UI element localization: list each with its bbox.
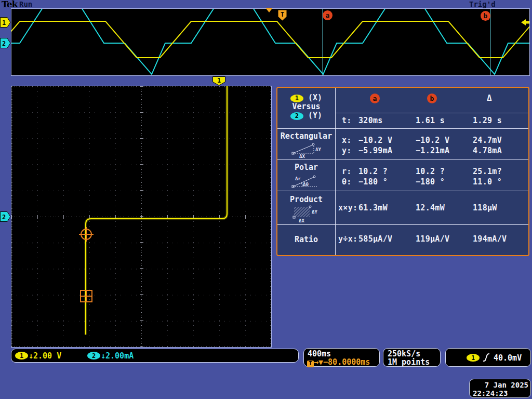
- record-length: 1M points: [388, 358, 430, 366]
- polar-theta-delta: 11.0 °: [473, 177, 502, 187]
- svg-text:Δθ: Δθ: [303, 182, 309, 187]
- trigger-t-badge[interactable]: T: [278, 10, 287, 21]
- ch2-preview-trace: [11, 9, 529, 74]
- acquisition-status: Run: [19, 0, 32, 8]
- acquisition-readout-box: 250kS/s 1M points: [383, 348, 441, 367]
- preview-waveforms: [11, 9, 529, 75]
- polar-diagram-icon: Δr Δθ: [289, 172, 325, 190]
- svg-text:ΔY: ΔY: [315, 147, 321, 152]
- xy-trace: [86, 86, 227, 335]
- column-b-header-badge: b: [427, 94, 437, 103]
- time-readout: 22:24:23: [473, 389, 508, 397]
- xy-cursor-a-marker[interactable]: [79, 227, 94, 242]
- xy-trace-glow: [86, 86, 227, 335]
- trigger-source-badge: 1: [467, 354, 480, 362]
- channel-readout-bar: 1 ↓2.00 V 2 ↓2.00mA: [11, 349, 299, 363]
- product-delta: 118µW: [473, 203, 497, 212]
- table-header-divider: [335, 113, 528, 113]
- rectangular-diagram-icon: ΔY ΔX: [289, 141, 325, 158]
- trigger-readout-box: 1 40.0mV: [445, 348, 531, 367]
- trigger-position-readout: T→▼−80.0000ms: [307, 358, 370, 367]
- ch2-scale-readout: ↓2.00mA: [101, 352, 134, 360]
- datetime-box: 7 Jan 2025 22:24:23: [469, 379, 531, 398]
- polar-r-prefix: r:: [342, 167, 352, 176]
- trigger-position-icon[interactable]: [265, 8, 273, 12]
- svg-text:2: 2: [2, 40, 6, 47]
- ch2-marker-xy[interactable]: 2: [0, 211, 11, 222]
- rect-x-prefix: x:: [342, 136, 352, 145]
- polar-theta-b: −180 °: [416, 177, 445, 187]
- ratio-prefix: y÷x:: [338, 234, 357, 244]
- rect-x-delta: 24.7mV: [473, 136, 502, 145]
- rect-y-delta: 4.78mA: [473, 146, 502, 155]
- polar-label: Polar: [277, 163, 335, 172]
- rect-y-b: −1.21mA: [416, 146, 449, 155]
- product-prefix: x×y:: [338, 203, 357, 212]
- waveform-preview-panel[interactable]: [11, 8, 530, 76]
- ratio-delta: 194mA/V: [473, 234, 507, 244]
- sample-rate: 250kS/s: [388, 350, 420, 358]
- product-label: Product: [277, 195, 335, 204]
- polar-r-delta: 25.1m?: [473, 167, 502, 176]
- cursor-b-badge[interactable]: b: [481, 11, 490, 21]
- trigger-t-chip-icon: T: [307, 361, 314, 367]
- polar-theta-a: −180 °: [358, 177, 388, 187]
- time-delta: 1.29 s: [473, 116, 502, 125]
- rectangular-label: Rectangular: [277, 131, 335, 141]
- svg-text:ΔX: ΔX: [299, 154, 305, 158]
- table-row-divider: [277, 128, 528, 129]
- trigger-status: Trig'd: [469, 0, 496, 8]
- rect-y-prefix: y:: [342, 146, 352, 155]
- svg-text:1: 1: [217, 77, 221, 84]
- svg-text:ΔY: ΔY: [312, 209, 317, 215]
- rect-x-b: −10.2 V: [416, 136, 449, 145]
- svg-text:T: T: [281, 11, 284, 18]
- timebase-scale: 400ms: [308, 350, 331, 358]
- date-readout: 7 Jan 2025: [470, 381, 528, 389]
- svg-text:1: 1: [2, 19, 6, 26]
- xy-display-panel[interactable]: [11, 86, 272, 348]
- xy-cursor-b-marker[interactable]: [81, 290, 92, 302]
- ch1-readout-badge: 1: [15, 352, 28, 360]
- table-row-divider: [277, 191, 528, 191]
- ch2-badge: 2: [290, 112, 303, 120]
- column-a-header-badge: a: [370, 94, 380, 103]
- rect-y-a: −5.99mA: [358, 146, 392, 155]
- cursor-a-badge[interactable]: a: [323, 10, 332, 20]
- ch1-scale-readout: ↓2.00 V: [29, 352, 61, 360]
- svg-text:2: 2: [2, 214, 6, 221]
- table-row-divider: [277, 224, 528, 225]
- oscilloscope-screen: Tek Run Trig'd 1 2 T a b: [0, 0, 532, 399]
- rising-edge-icon: [482, 353, 491, 363]
- time-b: 1.61 s: [416, 116, 445, 125]
- rect-x-a: −10.2 V: [358, 136, 392, 145]
- polar-r-b: 10.2 ?: [416, 167, 445, 176]
- svg-text:ΔX: ΔX: [299, 218, 304, 223]
- ratio-a: 585µA/V: [358, 234, 392, 244]
- column-delta-header: Δ: [487, 94, 492, 103]
- product-b: 12.4mW: [416, 203, 445, 212]
- polar-r-a: 10.2 ?: [358, 167, 388, 176]
- time-a: 320ms: [358, 116, 383, 125]
- ch1-preview-trace: [11, 21, 529, 58]
- ratio-label: Ratio: [277, 235, 335, 244]
- ratio-b: 119µA/V: [416, 234, 449, 244]
- ch1-marker-xy[interactable]: 1: [212, 76, 225, 86]
- ch1-level-arrow-icon: [521, 19, 529, 26]
- horizontal-readout-box: 400ms T→▼−80.0000ms: [303, 348, 380, 367]
- ch2-marker-preview[interactable]: 2: [0, 38, 11, 48]
- polar-theta-prefix: θ:: [342, 177, 352, 187]
- svg-text:Δr: Δr: [295, 176, 301, 181]
- table-row-divider: [277, 159, 528, 160]
- ch1-marker-preview[interactable]: 1: [0, 17, 11, 28]
- trigger-level: 40.0mV: [494, 354, 522, 362]
- source-cell: 1 (X) Versus 2 (Y): [277, 94, 335, 120]
- product-a: 61.3mW: [358, 203, 388, 212]
- ch2-readout-badge: 2: [87, 352, 100, 360]
- product-diagram-icon: ΔY ΔX: [290, 204, 326, 223]
- xy-graticule-and-trace: [11, 86, 271, 347]
- ch1-badge: 1: [290, 95, 303, 102]
- cursor-measurement-table: 1 (X) Versus 2 (Y) a b Δ t: 320ms 1.61 s…: [276, 87, 529, 256]
- time-prefix: t:: [342, 116, 352, 125]
